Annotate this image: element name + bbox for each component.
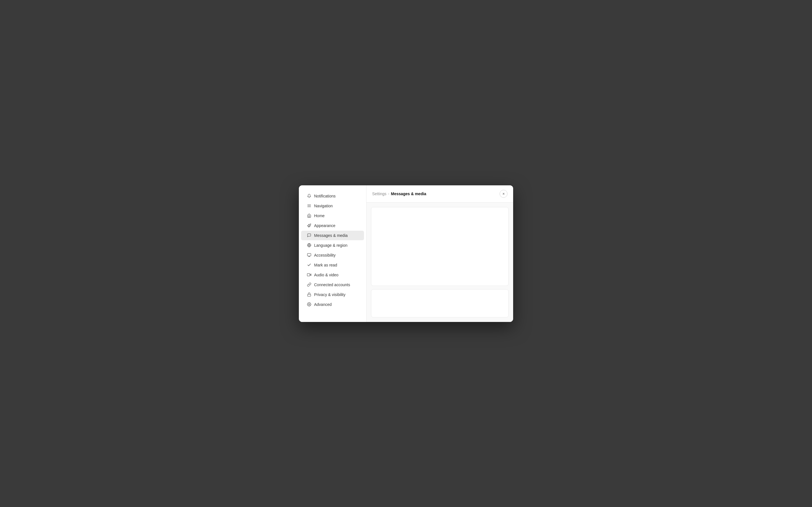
message-icon bbox=[307, 233, 311, 238]
sidebar-item-connected-accounts[interactable]: Connected accounts bbox=[301, 280, 364, 290]
chevron-right-icon: › bbox=[388, 192, 389, 196]
svg-rect-9 bbox=[307, 274, 310, 276]
svg-point-11 bbox=[308, 304, 310, 305]
globe-icon bbox=[307, 243, 311, 247]
breadcrumb-current-page: Messages & media bbox=[391, 191, 426, 196]
sidebar-item-navigation[interactable]: Navigation bbox=[301, 201, 364, 211]
content-area bbox=[366, 203, 513, 322]
sidebar-item-accessibility[interactable]: Accessibility bbox=[301, 250, 364, 260]
close-icon: × bbox=[502, 191, 505, 196]
main-content: Settings › Messages & media × bbox=[366, 185, 513, 322]
sidebar-item-label: Connected accounts bbox=[314, 283, 350, 287]
sidebar-item-messages-media[interactable]: Messages & media bbox=[301, 231, 364, 240]
breadcrumb: Settings › Messages & media bbox=[372, 191, 426, 196]
gear-icon bbox=[307, 302, 311, 307]
video-icon bbox=[307, 273, 311, 277]
sidebar-item-mark-as-read[interactable]: Mark as read bbox=[301, 260, 364, 270]
modal-header: Settings › Messages & media × bbox=[366, 185, 513, 203]
sidebar-item-notifications[interactable]: Notifications bbox=[301, 191, 364, 201]
menu-icon bbox=[307, 204, 311, 208]
sidebar-item-label: Appearance bbox=[314, 223, 336, 228]
sidebar-item-audio-video[interactable]: Audio & video bbox=[301, 270, 364, 280]
home-icon bbox=[307, 214, 311, 218]
sidebar-item-language-region[interactable]: Language & region bbox=[301, 240, 364, 250]
sidebar-item-home[interactable]: Home bbox=[301, 211, 364, 221]
sidebar-item-label: Audio & video bbox=[314, 273, 338, 277]
sidebar-item-label: Accessibility bbox=[314, 253, 336, 258]
content-block-bottom bbox=[371, 289, 509, 318]
link-icon bbox=[307, 283, 311, 287]
settings-sidebar: Notifications Navigation Home bbox=[299, 185, 366, 322]
paintbrush-icon bbox=[307, 223, 311, 228]
breadcrumb-settings: Settings bbox=[372, 191, 387, 196]
svg-rect-10 bbox=[307, 294, 310, 296]
svg-rect-5 bbox=[307, 253, 311, 256]
sidebar-item-label: Notifications bbox=[314, 194, 336, 198]
content-block-top bbox=[371, 207, 509, 286]
lock-icon bbox=[307, 292, 311, 297]
sidebar-item-label: Privacy & visibility bbox=[314, 292, 345, 297]
sidebar-item-appearance[interactable]: Appearance bbox=[301, 221, 364, 230]
sidebar-item-label: Mark as read bbox=[314, 263, 337, 267]
sidebar-item-label: Advanced bbox=[314, 302, 332, 307]
monitor-icon bbox=[307, 253, 311, 258]
sidebar-item-label: Home bbox=[314, 214, 324, 218]
settings-modal: Notifications Navigation Home bbox=[299, 185, 513, 322]
sidebar-item-privacy-visibility[interactable]: Privacy & visibility bbox=[301, 290, 364, 299]
sidebar-item-label: Messages & media bbox=[314, 233, 348, 238]
sidebar-item-advanced[interactable]: Advanced bbox=[301, 300, 364, 309]
bell-icon bbox=[307, 194, 311, 198]
sidebar-item-label: Navigation bbox=[314, 204, 333, 208]
close-button[interactable]: × bbox=[500, 190, 507, 198]
svg-marker-8 bbox=[310, 274, 311, 276]
sidebar-item-label: Language & region bbox=[314, 243, 347, 247]
check-icon bbox=[307, 263, 311, 267]
